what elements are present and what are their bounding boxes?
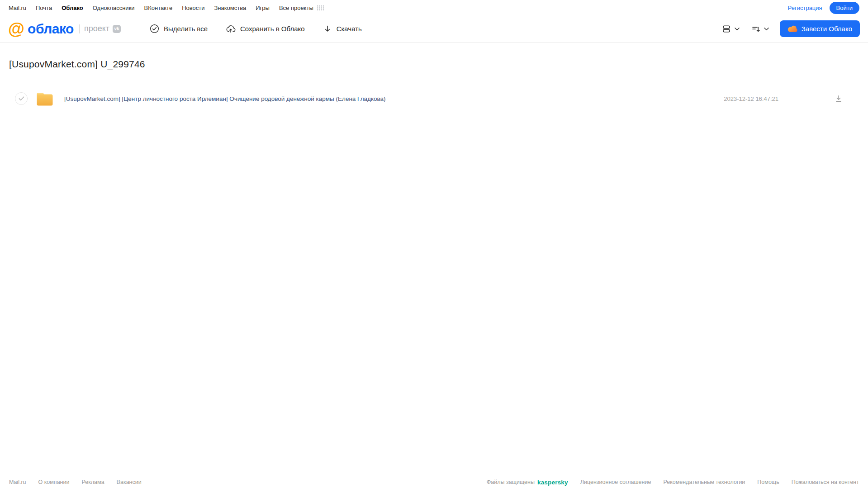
footer-link-jobs[interactable]: Вакансии [117,479,142,485]
cloud-toolbar: @ облако проект vk Выделить все Сохра [0,15,868,43]
login-button[interactable]: Войти [830,2,859,14]
file-actions: Выделить все Сохранить в Облако Скачать [150,24,362,34]
sort-dropdown[interactable] [749,22,772,36]
nav-link-vkontakte[interactable]: ВКонтакте [144,5,173,11]
nav-link-znakomstva[interactable]: Знакомства [214,5,246,11]
chevron-down-icon [764,27,769,31]
kaspersky-logo[interactable]: kaspersky [537,479,568,486]
vk-project-label: проект vk [84,24,121,33]
footer-link-license[interactable]: Лицензионное соглашение [580,479,651,485]
apps-grid-icon [317,5,324,11]
all-projects-label: Все проекты [279,5,313,11]
row-download-button[interactable] [833,93,844,104]
cloud-icon [787,25,797,33]
select-all-label: Выделить все [164,25,208,33]
footer-link-report[interactable]: Пожаловаться на контент [792,479,859,485]
page-title: [UsupovMarket.com] U_299746 [9,59,859,70]
cloud-logo-text: облако [28,22,74,36]
registration-link[interactable]: Регистрация [788,5,822,11]
portal-nav-links: Mail.ru Почта Облако Одноклассники ВКонт… [9,5,324,11]
cloud-logo[interactable]: @ облако [8,20,74,37]
save-to-cloud-button[interactable]: Сохранить в Облако [226,24,305,34]
cloud-upload-icon [226,24,236,34]
footer-link-about[interactable]: О компании [38,479,70,485]
footer-link-ads[interactable]: Реклама [81,479,104,485]
toolbar-right: Завести Облако [719,20,860,37]
select-all-button[interactable]: Выделить все [150,24,208,33]
folder-icon [36,92,53,106]
nav-link-all-projects[interactable]: Все проекты [279,5,324,11]
nav-link-oblako[interactable]: Облако [62,5,83,11]
footer-left-links: Mail.ru О компании Реклама Вакансии [9,479,142,485]
project-label: проект [84,24,109,33]
footer-link-recommendations[interactable]: Рекомендательные технологии [663,479,745,485]
file-row[interactable]: [UsupovMarket.com] [Центр личностного ро… [9,89,859,109]
protected-text: Файлы защищены [487,479,535,485]
footer-right-links: Файлы защищены kaspersky Лицензионное со… [487,479,859,486]
save-to-cloud-label: Сохранить в Облако [240,25,305,33]
footer-link-mailru[interactable]: Mail.ru [9,479,26,485]
nav-link-mailru[interactable]: Mail.ru [9,5,26,11]
logo-divider [79,24,80,33]
row-checkbox[interactable] [15,92,28,105]
mailru-at-icon: @ [8,20,24,37]
chevron-down-icon [735,27,740,31]
get-cloud-button[interactable]: Завести Облако [780,20,860,37]
page-footer: Mail.ru О компании Реклама Вакансии Файл… [0,476,868,488]
nav-link-igry[interactable]: Игры [256,5,270,11]
nav-link-odnoklassniki[interactable]: Одноклассники [93,5,135,11]
portal-nav: Mail.ru Почта Облако Одноклассники ВКонт… [0,0,868,15]
sort-icon [751,24,760,33]
main-content: [UsupovMarket.com] U_299746 [UsupovMarke… [0,43,868,476]
vk-logo-icon: vk [113,25,121,33]
footer-link-help[interactable]: Помощь [757,479,779,485]
file-date: 2023-12-12 16:47:21 [724,95,778,102]
view-mode-dropdown[interactable] [719,22,742,36]
download-icon [835,95,843,103]
view-mode-icon [722,24,731,33]
kaspersky-protection: Файлы защищены kaspersky [487,479,568,486]
nav-link-pochta[interactable]: Почта [36,5,52,11]
nav-link-novosti[interactable]: Новости [182,5,204,11]
file-name-link[interactable]: [UsupovMarket.com] [Центр личностного ро… [64,95,386,102]
check-circle-icon [150,24,159,33]
portal-nav-auth: Регистрация Войти [788,2,859,14]
download-button[interactable]: Скачать [323,24,362,33]
download-label: Скачать [337,25,362,33]
get-cloud-label: Завести Облако [802,25,852,33]
download-icon [323,24,332,33]
